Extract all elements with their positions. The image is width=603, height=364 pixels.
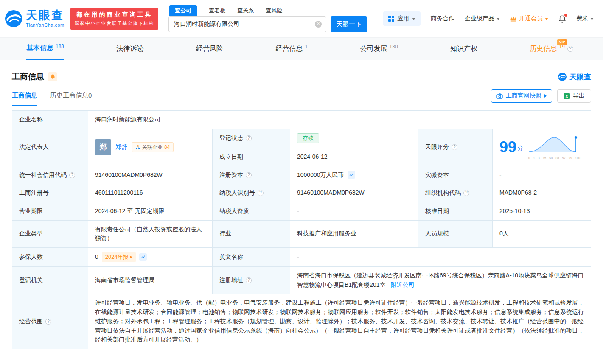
search-box (168, 16, 326, 32)
label-approval-date: 核准日期 (418, 202, 493, 220)
tab-operation-info[interactable]: 经营信息 1 (275, 38, 308, 60)
tab-legal-litigation[interactable]: 法律诉讼 (117, 38, 144, 60)
search-tab-company[interactable]: 查公司 (169, 5, 197, 16)
notification-dot (564, 14, 567, 17)
value-approval-date: 2025-10-13 (493, 202, 591, 220)
tianyancha-logo-icon (4, 9, 23, 28)
trend-chart-icon[interactable] (139, 253, 147, 261)
export-button[interactable]: 导出 (557, 89, 591, 103)
apps-button[interactable]: 应用 (383, 11, 421, 26)
help-icon[interactable] (246, 277, 252, 283)
label-insured-count: 参保人数 (12, 247, 88, 266)
label-taxpayer-id: 纳税人识别号 (213, 184, 290, 202)
label-reg-address: 注册地址 (213, 267, 290, 294)
enterprise-products-link[interactable]: 企业级产品 (465, 15, 500, 22)
tianyancha-watermark: 天眼查 (558, 72, 591, 82)
tab-history-info[interactable]: VIP 历史信息 19 (530, 38, 573, 60)
label-reg-authority: 登记机关 (12, 267, 88, 294)
help-icon[interactable] (69, 172, 75, 178)
value-business-scope: 许可经营项目：发电业务、输电业务、供（配）电业务；电气安装服务；建设工程施工（许… (88, 294, 591, 349)
value-company-type: 有限责任公司（自然人投资或控股的法人独资） (88, 220, 213, 247)
related-companies-badge[interactable]: 关联企业 84 (132, 142, 174, 153)
value-credit-code: 91460100MADM0P682W (88, 166, 213, 184)
chevron-down-icon (545, 18, 548, 20)
status-badge: 存续 (297, 133, 319, 143)
search-tab-risk[interactable]: 查风险 (266, 5, 282, 16)
table-row: 经营范围 许可经营项目：发电业务、输电业务、供（配）电业务；电气安装服务；建设工… (12, 294, 591, 349)
bell-icon (50, 74, 56, 80)
subtab-row: 工商信息 历史工商信息0 工商官网快照 导出 (0, 82, 603, 106)
nearby-companies-link[interactable]: 附近公司 (390, 281, 414, 288)
tab-company-development[interactable]: 公司发展 130 (360, 38, 398, 60)
table-row: 法定代表人 郑 郑舒 关联企业 84 登记状态 存续 (12, 129, 591, 148)
related-companies-count: 84 (164, 143, 170, 151)
help-icon[interactable] (246, 135, 252, 141)
value-business-term: 2024-06-12 至 无固定期限 (88, 202, 213, 220)
value-company-name: 海口润时新能源有限公司 (88, 111, 591, 129)
value-insured-count: 0 2024年报 (88, 247, 213, 266)
help-icon[interactable] (567, 46, 573, 52)
table-row: 统一社会信用代码 91460100MADM0P682W 注册资本 1000000… (12, 166, 591, 184)
value-established: 2024-06-12 (290, 148, 418, 166)
notification-bell-icon[interactable] (558, 15, 566, 23)
search-area: 查公司 查老板 查关系 查风险 天眼一下 (168, 5, 367, 32)
value-staff-size: 0人 (493, 220, 591, 247)
tianyancha-logo[interactable]: 天眼查 TianYanCha.com (4, 9, 65, 28)
value-reg-address: 海南省海口市保税区（澄迈县老城经济开发区南一环路69号综合保税区）亲商路A-10… (290, 267, 591, 294)
username: 费米 (576, 15, 588, 22)
table-row: 企业类型 有限责任公司（自然人投资或控股的法人独资） 行业 科技推广和应用服务业… (12, 220, 591, 247)
label-company-name: 企业名称 (12, 111, 88, 129)
arrow-right-icon (544, 94, 547, 98)
slogan-banner: 都在用的商业查询工具 国家中小企业发展子基金旗下机构 (70, 8, 159, 30)
tab-operation-risk[interactable]: 经营风险 (196, 38, 223, 60)
header: 天眼查 TianYanCha.com 都在用的商业查询工具 国家中小企业发展子基… (0, 0, 603, 37)
table-row: 企业名称 海口润时新能源有限公司 (12, 111, 591, 129)
user-menu[interactable]: 费米 (576, 15, 594, 22)
official-snapshot-button[interactable]: 工商官网快照 (491, 89, 552, 103)
section-head: 工商信息 天眼查 (0, 60, 603, 82)
chevron-down-icon (412, 18, 415, 20)
trend-chart-icon[interactable] (348, 171, 355, 179)
legal-rep-name-link[interactable]: 郑舒 (115, 143, 127, 152)
slogan-line1: 都在用的商业查询工具 (75, 11, 154, 19)
search-button[interactable]: 天眼一下 (331, 16, 367, 32)
label-taxpayer-quality: 纳税人资质 (213, 202, 290, 220)
slogan-line2: 国家中小企业发展子基金旗下机构 (75, 20, 154, 27)
search-tab-boss[interactable]: 查老板 (209, 5, 225, 16)
value-english-name: - (290, 247, 591, 266)
table-row: 工商注册号 460111011200116 纳税人识别号 91460100MAD… (12, 184, 591, 202)
tab-basic-info[interactable]: 基本信息 183 (26, 38, 64, 60)
label-business-term: 营业期限 (12, 202, 88, 220)
help-icon[interactable] (258, 190, 264, 196)
excel-icon (564, 93, 570, 99)
enterprise-products-label: 企业级产品 (465, 15, 494, 22)
subscribe-bell-button[interactable] (48, 72, 57, 81)
table-row: 登记机关 海南省市场监督管理局 注册地址 海南省海口市保税区（澄迈县老城经济开发… (12, 267, 591, 294)
label-reg-status: 登记状态 (213, 129, 290, 148)
tianyancha-logo-icon (558, 72, 567, 81)
label-industry: 行业 (213, 220, 290, 247)
tab-intellectual-property[interactable]: 知识产权 (450, 38, 477, 60)
biz-cooperation-link[interactable]: 商务合作 (431, 15, 454, 22)
crown-icon (510, 16, 517, 22)
open-vip-link[interactable]: 开通会员 (510, 15, 548, 22)
table-row: 营业期限 2024-06-12 至 无固定期限 纳税人资质 - 核准日期 202… (12, 202, 591, 220)
subtab-business-info[interactable]: 工商信息 (12, 92, 37, 106)
search-input[interactable] (169, 21, 326, 28)
value-reg-status: 存续 (290, 129, 418, 148)
label-org-code: 组织机构代码 (418, 184, 493, 202)
subtab-history-business-info[interactable]: 历史工商信息0 (50, 92, 92, 106)
label-reg-number: 工商注册号 (12, 184, 88, 202)
search-tab-relation[interactable]: 查关系 (237, 5, 254, 16)
annual-report-badge[interactable]: 2024年报 (102, 252, 136, 262)
legal-rep-avatar[interactable]: 郑 (95, 139, 111, 155)
score-unit: 分 (517, 144, 523, 155)
help-icon[interactable] (246, 172, 252, 178)
score-distribution-chart: 01 315 5088 9799 100 (528, 134, 580, 161)
snapshot-label: 工商官网快照 (506, 92, 541, 100)
company-nav-tabs: 基本信息 183 法律诉讼 经营风险 经营信息 1 公司发展 130 知识产权 … (0, 37, 603, 60)
arrow-right-icon (130, 256, 132, 258)
help-icon[interactable] (463, 190, 469, 196)
help-icon[interactable] (452, 144, 457, 150)
help-icon[interactable] (45, 319, 51, 325)
